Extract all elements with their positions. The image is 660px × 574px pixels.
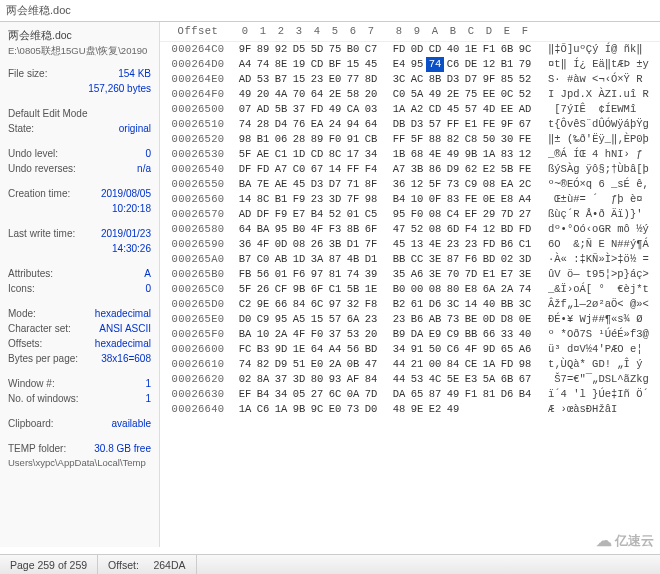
hex-byte[interactable]: 84 bbox=[444, 357, 462, 372]
hex-byte[interactable]: 9F bbox=[236, 42, 254, 57]
hex-byte[interactable]: EE bbox=[498, 102, 516, 117]
hex-byte[interactable]: F6 bbox=[462, 252, 480, 267]
hex-view[interactable]: Offset 0123456789ABCDEF 000264C09F8992D5… bbox=[160, 22, 660, 547]
hex-byte[interactable]: D9 bbox=[272, 357, 290, 372]
hex-row[interactable]: 00026620028A373D8093AF8444534C5EE35A6B67… bbox=[160, 372, 660, 387]
hex-byte[interactable]: B3 bbox=[254, 342, 272, 357]
hex-byte[interactable]: 1A bbox=[480, 357, 498, 372]
hex-byte[interactable]: 49 bbox=[444, 402, 462, 417]
hex-byte[interactable]: 20 bbox=[362, 327, 380, 342]
hex-byte[interactable]: 28 bbox=[254, 117, 272, 132]
hex-byte[interactable]: 94 bbox=[344, 117, 362, 132]
hex-byte[interactable]: 8F bbox=[362, 177, 380, 192]
hex-byte[interactable]: 52 bbox=[408, 222, 426, 237]
hex-byte[interactable]: 58 bbox=[344, 87, 362, 102]
hex-byte[interactable]: E8 bbox=[462, 282, 480, 297]
hex-byte[interactable]: F4 bbox=[462, 222, 480, 237]
hex-byte[interactable]: D7 bbox=[462, 72, 480, 87]
hex-byte[interactable]: 77 bbox=[344, 72, 362, 87]
hex-byte[interactable]: FD bbox=[254, 162, 272, 177]
ascii-cell[interactable]: ‖± (‰ð'Ëÿ_‖‚ÈP0þ bbox=[538, 132, 660, 147]
hex-byte[interactable]: D7 bbox=[326, 177, 344, 192]
hex-byte[interactable]: 70 bbox=[290, 87, 308, 102]
hex-byte[interactable]: EF bbox=[236, 387, 254, 402]
hex-byte[interactable]: 9E bbox=[254, 297, 272, 312]
hex-byte[interactable]: A4 bbox=[326, 342, 344, 357]
hex-byte[interactable]: D1 bbox=[344, 237, 362, 252]
hex-byte[interactable]: 7D bbox=[462, 267, 480, 282]
hex-byte[interactable]: 8E bbox=[272, 57, 290, 72]
hex-row[interactable]: 00026570ADDFF9E7B45201C595F008C4EF297D27… bbox=[160, 207, 660, 222]
hex-byte[interactable]: C6 bbox=[444, 57, 462, 72]
hex-row[interactable]: 000265E0D0C995A515576A2323B6AB73BE0DD80E… bbox=[160, 312, 660, 327]
hex-byte[interactable]: 89 bbox=[308, 132, 326, 147]
hex-byte[interactable]: BA bbox=[254, 222, 272, 237]
hex-byte[interactable]: 08 bbox=[426, 207, 444, 222]
hex-byte[interactable]: 83 bbox=[444, 192, 462, 207]
hex-byte[interactable]: 9C bbox=[516, 42, 534, 57]
hex-byte[interactable]: A7 bbox=[390, 162, 408, 177]
hex-byte[interactable]: FF bbox=[390, 132, 408, 147]
hex-byte[interactable]: 20 bbox=[362, 87, 380, 102]
hex-byte[interactable]: B7 bbox=[272, 72, 290, 87]
hex-byte[interactable]: 15 bbox=[308, 312, 326, 327]
hex-byte[interactable]: 3E bbox=[426, 252, 444, 267]
hex-byte[interactable]: 47 bbox=[362, 357, 380, 372]
hex-byte[interactable]: 07 bbox=[236, 102, 254, 117]
hex-byte[interactable]: CC bbox=[408, 252, 426, 267]
hex-byte[interactable]: 26 bbox=[308, 237, 326, 252]
hex-byte[interactable]: 8B bbox=[344, 222, 362, 237]
hex-byte[interactable]: E8 bbox=[498, 192, 516, 207]
hex-row[interactable]: 00026550BA7EAE45D3D7718F36125F73C908EA2C… bbox=[160, 177, 660, 192]
hex-byte[interactable]: 08 bbox=[426, 282, 444, 297]
hex-byte[interactable]: 37 bbox=[272, 372, 290, 387]
hex-byte[interactable]: 7D bbox=[498, 207, 516, 222]
hex-byte[interactable]: BB bbox=[462, 327, 480, 342]
hex-byte[interactable]: EE bbox=[480, 87, 498, 102]
ascii-cell[interactable]: ­ßùç´R Å•ð Äï)}' bbox=[538, 207, 660, 222]
hex-byte[interactable]: 71 bbox=[344, 177, 362, 192]
hex-byte[interactable]: DA bbox=[390, 387, 408, 402]
hex-byte[interactable]: DB bbox=[390, 117, 408, 132]
hex-row[interactable]: 00026600FCB39D1E64A456BD349150C64F9D65A6… bbox=[160, 342, 660, 357]
hex-byte[interactable]: 48 bbox=[390, 402, 408, 417]
hex-byte[interactable]: DF bbox=[254, 207, 272, 222]
hex-byte[interactable]: B4 bbox=[308, 207, 326, 222]
hex-byte[interactable]: 30 bbox=[498, 132, 516, 147]
hex-byte[interactable]: 85 bbox=[498, 72, 516, 87]
hex-byte[interactable]: 5E bbox=[444, 372, 462, 387]
hex-byte[interactable]: 02 bbox=[236, 372, 254, 387]
hex-row[interactable]: 000266401AC61A9B9CE073D0489EE249Æ ›œàsÐH… bbox=[160, 402, 660, 417]
hex-bytes[interactable]: AD53B71523E0778D3CAC8BD3D79F8552 bbox=[236, 72, 538, 87]
hex-byte[interactable]: 75 bbox=[462, 87, 480, 102]
hex-byte[interactable]: F4 bbox=[362, 162, 380, 177]
hex-byte[interactable]: 87 bbox=[444, 252, 462, 267]
hex-byte[interactable]: 19 bbox=[290, 57, 308, 72]
hex-byte[interactable]: C9 bbox=[254, 312, 272, 327]
hex-byte[interactable]: 53 bbox=[254, 72, 272, 87]
hex-byte[interactable]: 82 bbox=[444, 132, 462, 147]
hex-byte[interactable]: 01 bbox=[272, 267, 290, 282]
hex-byte[interactable]: 3E bbox=[516, 267, 534, 282]
hex-byte[interactable]: B4 bbox=[254, 387, 272, 402]
hex-bytes[interactable]: DFFDA7C06714FFF4A73B86D962E25BFE bbox=[236, 162, 538, 177]
hex-row[interactable]: 00026540DFFDA7C06714FFF4A73B86D962E25BFE… bbox=[160, 162, 660, 177]
hex-byte[interactable]: AC bbox=[408, 72, 426, 87]
hex-byte[interactable]: 6B bbox=[498, 372, 516, 387]
ascii-cell[interactable]: ï´4 'l }Úe‡Iñ Ö´ bbox=[538, 387, 660, 402]
hex-byte[interactable]: F1 bbox=[462, 387, 480, 402]
hex-byte[interactable]: 2A bbox=[272, 327, 290, 342]
hex-row[interactable]: 00026590364F0D08263BD17F45134E2323FDB6C1… bbox=[160, 237, 660, 252]
hex-byte[interactable]: 3A bbox=[308, 252, 326, 267]
hex-byte[interactable]: A6 bbox=[408, 267, 426, 282]
hex-byte[interactable]: FF bbox=[344, 162, 362, 177]
hex-byte[interactable]: B0 bbox=[290, 222, 308, 237]
hex-byte[interactable]: 74 bbox=[236, 117, 254, 132]
hex-byte[interactable]: C8 bbox=[462, 132, 480, 147]
ascii-cell[interactable]: 6O &;Ñ E N##ý¶Á bbox=[538, 237, 660, 252]
hex-byte[interactable]: 79 bbox=[516, 57, 534, 72]
hex-byte[interactable]: 49 bbox=[426, 87, 444, 102]
hex-byte[interactable]: D3 bbox=[444, 72, 462, 87]
hex-byte[interactable]: 3C bbox=[444, 297, 462, 312]
hex-byte[interactable]: 53 bbox=[408, 372, 426, 387]
